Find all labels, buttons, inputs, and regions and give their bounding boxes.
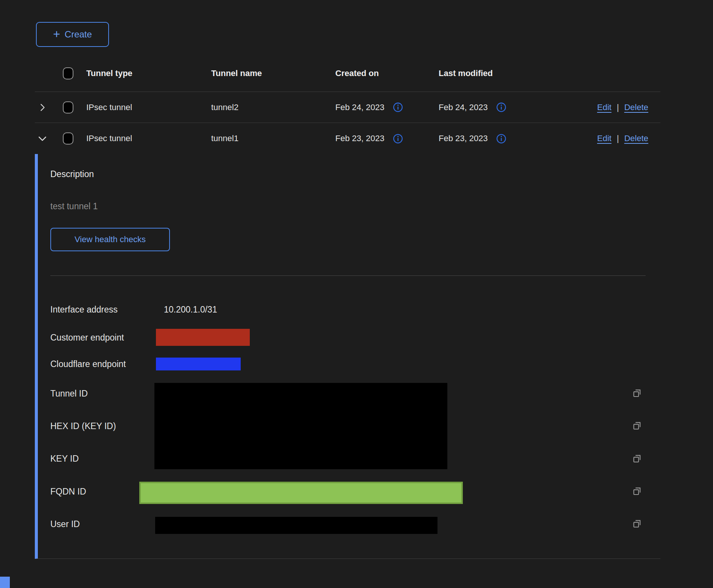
create-button-label: Create	[65, 29, 92, 40]
interface-address-label: Interface address	[50, 304, 118, 315]
description-value: test tunnel 1	[50, 201, 98, 212]
copy-tunnel-id-button[interactable]	[630, 387, 644, 400]
created-on-cell: Feb 23, 2023	[335, 134, 385, 143]
customer-endpoint-label: Customer endpoint	[50, 332, 124, 343]
hex-id-label: HEX ID (KEY ID)	[50, 420, 116, 432]
tunnel-type-cell: IPsec tunnel	[86, 134, 211, 143]
copy-icon	[631, 453, 643, 465]
column-header-tunnel-name: Tunnel name	[211, 68, 335, 78]
view-health-checks-label: View health checks	[75, 235, 146, 244]
cloudflare-endpoint-redacted-value	[156, 358, 241, 370]
fqdn-id-label: FQDN ID	[50, 486, 86, 497]
cutoff-blue-element	[0, 577, 10, 588]
created-on-cell: Feb 24, 2023	[335, 103, 385, 112]
expand-row-button[interactable]	[35, 102, 50, 113]
user-id-label: User ID	[50, 518, 80, 530]
panel-divider	[50, 275, 646, 276]
chevron-down-icon	[37, 133, 48, 144]
info-icon[interactable]	[393, 134, 403, 144]
table-row: IPsec tunnel tunnel1 Feb 23, 2023 Feb 23…	[35, 123, 660, 154]
interface-address-value: 10.200.1.0/31	[164, 304, 217, 315]
id-values-redacted-block	[154, 383, 447, 469]
copy-icon	[631, 420, 643, 432]
plus-icon: +	[53, 28, 60, 40]
cloudflare-endpoint-label: Cloudflare endpoint	[50, 358, 126, 370]
view-health-checks-button[interactable]: View health checks	[50, 228, 170, 251]
column-header-tunnel-type: Tunnel type	[86, 68, 211, 78]
row-checkbox[interactable]	[63, 132, 73, 145]
copy-fqdn-id-button[interactable]	[630, 485, 644, 498]
user-id-redacted-value	[155, 517, 437, 534]
column-header-last-modified: Last modified	[439, 68, 564, 78]
info-icon[interactable]	[496, 102, 506, 112]
copy-user-id-button[interactable]	[630, 517, 644, 531]
table-header-row: Tunnel type Tunnel name Created on Last …	[35, 55, 660, 92]
edit-link[interactable]: Edit	[597, 134, 612, 143]
table-row: IPsec tunnel tunnel2 Feb 24, 2023 Feb 24…	[35, 92, 660, 123]
description-label: Description	[50, 169, 94, 179]
info-icon[interactable]	[393, 102, 403, 112]
tunnel-name-cell: tunnel2	[211, 103, 335, 112]
chevron-right-icon	[37, 102, 48, 113]
column-header-created-on: Created on	[335, 68, 439, 78]
create-button[interactable]: + Create	[36, 22, 109, 47]
select-all-checkbox[interactable]	[63, 67, 73, 79]
copy-icon	[631, 518, 643, 530]
copy-icon	[631, 387, 643, 400]
tunnel-type-cell: IPsec tunnel	[86, 103, 211, 112]
delete-link[interactable]: Delete	[624, 134, 648, 143]
action-separator: |	[617, 103, 619, 112]
tunnel-name-cell: tunnel1	[211, 134, 335, 143]
key-id-label: KEY ID	[50, 453, 79, 464]
last-modified-cell: Feb 24, 2023	[439, 103, 488, 112]
info-icon[interactable]	[496, 134, 506, 144]
tunnel-detail-panel: Description test tunnel 1 View health ch…	[35, 154, 660, 559]
edit-link[interactable]: Edit	[597, 103, 612, 112]
action-separator: |	[617, 134, 619, 143]
tunnel-id-label: Tunnel ID	[50, 388, 88, 399]
collapse-row-button[interactable]	[35, 133, 50, 144]
delete-link[interactable]: Delete	[624, 103, 648, 112]
tunnels-table: Tunnel type Tunnel name Created on Last …	[35, 55, 660, 154]
last-modified-cell: Feb 23, 2023	[439, 134, 488, 143]
copy-key-id-button[interactable]	[630, 452, 644, 466]
copy-icon	[631, 485, 643, 498]
copy-hex-id-button[interactable]	[630, 419, 644, 433]
customer-endpoint-redacted-value	[156, 329, 250, 346]
fqdn-id-redacted-value	[139, 482, 463, 504]
row-checkbox[interactable]	[63, 101, 73, 114]
